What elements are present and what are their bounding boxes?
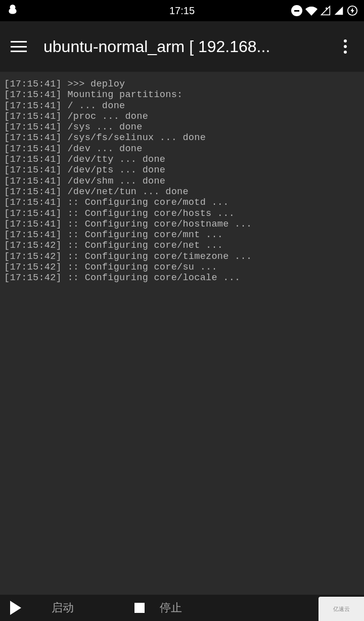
app-bar: ubuntu-normal_arm [ 192.168... — [0, 21, 364, 72]
watermark: 亿速云 — [318, 597, 364, 621]
hamburger-icon — [11, 41, 27, 52]
more-button[interactable] — [335, 36, 356, 57]
notification-icon — [6, 4, 19, 18]
status-bar: 17:15 — [0, 0, 364, 21]
play-icon[interactable] — [10, 601, 21, 615]
stop-icon[interactable] — [134, 603, 145, 613]
signal-icon-1 — [321, 6, 331, 16]
more-icon — [344, 39, 347, 54]
status-icons — [291, 5, 358, 17]
signal-icon-2 — [334, 6, 344, 16]
start-label[interactable]: 启动 — [52, 600, 74, 615]
app-title: ubuntu-normal_arm [ 192.168... — [43, 37, 330, 56]
bottom-bar: 启动 停止 — [0, 595, 364, 621]
terminal-output[interactable]: [17:15:41] >>> deploy [17:15:41] Mountin… — [0, 72, 364, 291]
stop-label[interactable]: 停止 — [160, 600, 182, 615]
dnd-icon — [291, 5, 302, 16]
menu-button[interactable] — [8, 36, 29, 57]
wifi-icon — [305, 5, 317, 17]
bolt-icon — [347, 5, 358, 16]
status-time: 17:15 — [169, 5, 195, 17]
